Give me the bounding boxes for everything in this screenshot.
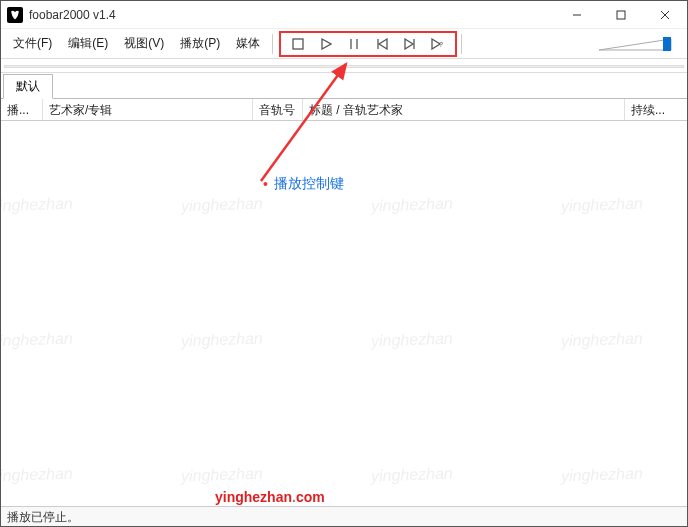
menu-library[interactable]: 媒体 — [228, 31, 268, 56]
watermark: yinghezhan — [181, 330, 263, 351]
watermark: yinghezhan — [561, 465, 643, 486]
seekbar-track — [4, 65, 684, 68]
menu-view[interactable]: 视图(V) — [116, 31, 172, 56]
statusbar: 播放已停止。 — [1, 506, 687, 526]
svg-marker-14 — [599, 39, 671, 50]
next-icon[interactable] — [403, 37, 417, 51]
watermark: yinghezhan — [371, 465, 453, 486]
watermark: yinghezhan — [371, 330, 453, 351]
stop-icon[interactable] — [291, 37, 305, 51]
watermark: yinghezhan — [371, 195, 453, 216]
playback-controls: ? — [279, 31, 457, 57]
watermark: yinghezhan — [561, 330, 643, 351]
col-artist-album[interactable]: 艺术家/专辑 — [43, 99, 253, 120]
menubar: 文件(F) 编辑(E) 视图(V) 播放(P) 媒体 ? — [1, 29, 687, 59]
watermark: yinghezhan — [181, 195, 263, 216]
col-title-artist[interactable]: 标题 / 音轨艺术家 — [303, 99, 625, 120]
seekbar[interactable] — [1, 59, 687, 73]
watermark: yinghezhan — [181, 465, 263, 486]
svg-rect-4 — [293, 39, 303, 49]
playlist-area[interactable]: yinghezhan yinghezhan yinghezhan yinghez… — [1, 121, 687, 506]
separator — [461, 34, 462, 54]
volume-slider[interactable] — [597, 35, 677, 53]
app-window: foobar2000 v1.4 文件(F) 编辑(E) 视图(V) 播放(P) … — [0, 0, 688, 527]
col-trackno[interactable]: 音轨号 — [253, 99, 303, 120]
prev-icon[interactable] — [375, 37, 389, 51]
volume-thumb-icon[interactable] — [663, 37, 671, 51]
minimize-button[interactable] — [555, 1, 599, 29]
watermark: yinghezhan — [0, 465, 73, 486]
svg-marker-5 — [322, 39, 331, 49]
watermark: yinghezhan — [0, 195, 73, 216]
menu-playback[interactable]: 播放(P) — [172, 31, 228, 56]
playlist-tabs: 默认 — [1, 77, 687, 99]
watermark: yinghezhan — [561, 195, 643, 216]
pause-icon[interactable] — [347, 37, 361, 51]
col-duration[interactable]: 持续... — [625, 99, 687, 120]
column-headers: 播... 艺术家/专辑 音轨号 标题 / 音轨艺术家 持续... — [1, 99, 687, 121]
close-button[interactable] — [643, 1, 687, 29]
status-text: 播放已停止。 — [7, 510, 79, 524]
window-title: foobar2000 v1.4 — [29, 8, 116, 22]
svg-marker-10 — [405, 39, 413, 49]
svg-text:?: ? — [439, 41, 443, 48]
window-controls — [555, 1, 687, 28]
play-icon[interactable] — [319, 37, 333, 51]
separator — [272, 34, 273, 54]
app-icon — [7, 7, 23, 23]
maximize-button[interactable] — [599, 1, 643, 29]
svg-marker-9 — [379, 39, 387, 49]
tab-default[interactable]: 默认 — [3, 74, 53, 99]
col-playing[interactable]: 播... — [1, 99, 43, 120]
svg-rect-1 — [617, 11, 625, 19]
menu-file[interactable]: 文件(F) — [5, 31, 60, 56]
random-icon[interactable]: ? — [431, 37, 445, 51]
watermark: yinghezhan — [0, 330, 73, 351]
menu-edit[interactable]: 编辑(E) — [60, 31, 116, 56]
titlebar: foobar2000 v1.4 — [1, 1, 687, 29]
